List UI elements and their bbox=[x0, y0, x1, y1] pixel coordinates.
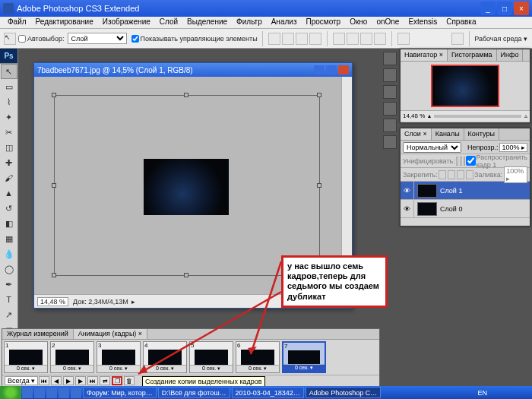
doc-close-button[interactable] bbox=[338, 65, 349, 74]
autoselect-checkbox[interactable] bbox=[18, 35, 26, 43]
align-icon[interactable] bbox=[282, 33, 294, 45]
wand-tool[interactable]: ✦ bbox=[1, 109, 17, 125]
tray-icon[interactable] bbox=[520, 388, 529, 397]
dock-icon[interactable] bbox=[383, 85, 397, 99]
menu-filter[interactable]: Фильтр bbox=[232, 17, 267, 28]
layer-thumbnail[interactable] bbox=[417, 184, 437, 198]
unify-visibility-icon[interactable] bbox=[460, 157, 462, 166]
animation-frame[interactable]: 10 сек. ▾ bbox=[4, 341, 48, 373]
animation-frame[interactable]: 50 сек. ▾ bbox=[189, 341, 233, 373]
distribute-icon[interactable] bbox=[374, 33, 386, 45]
layer-thumbnail[interactable] bbox=[417, 202, 437, 216]
taskbar-task[interactable]: D:\Всё для фотош… bbox=[158, 387, 230, 398]
window-minimize-button[interactable]: _ bbox=[480, 2, 496, 15]
document-title-bar[interactable]: 7badbeeb7671.jpg @ 14,5% (Слой 1, RGB/8) bbox=[34, 63, 352, 77]
menu-select[interactable]: Выделение bbox=[182, 17, 232, 28]
align-icon[interactable] bbox=[296, 33, 308, 45]
menu-layer[interactable]: Слой bbox=[155, 17, 182, 28]
lock-pixels-icon[interactable] bbox=[448, 170, 455, 179]
quicklaunch-icon[interactable] bbox=[46, 388, 57, 398]
delete-frame-button[interactable]: 🗑 bbox=[124, 376, 135, 385]
transform-handle[interactable] bbox=[317, 183, 321, 188]
gradient-tool[interactable]: ▦ bbox=[1, 231, 17, 246]
lasso-tool[interactable]: ⌇ bbox=[1, 94, 17, 109]
menu-edit[interactable]: Редактирование bbox=[31, 17, 98, 28]
move-tool[interactable]: ↖ bbox=[1, 64, 17, 79]
frame-delay[interactable]: 0 сек. ▾ bbox=[190, 365, 233, 372]
animation-frame[interactable]: 40 сек. ▾ bbox=[143, 341, 187, 373]
animation-frame[interactable]: 70 сек. ▾ bbox=[282, 341, 326, 373]
tab-layers[interactable]: Слои × bbox=[401, 128, 432, 140]
show-controls-checkbox[interactable] bbox=[131, 35, 139, 43]
doc-minimize-button[interactable] bbox=[314, 65, 325, 74]
tab-info[interactable]: Инфо bbox=[497, 49, 524, 61]
menu-image[interactable]: Изображение bbox=[98, 17, 155, 28]
window-maximize-button[interactable]: □ bbox=[497, 2, 512, 15]
animation-frame[interactable]: 20 сек. ▾ bbox=[50, 341, 94, 373]
tab-histogram[interactable]: Гистограмма bbox=[448, 49, 497, 61]
transform-handle[interactable] bbox=[317, 93, 321, 97]
lock-transparent-icon[interactable] bbox=[439, 170, 446, 179]
tab-paths[interactable]: Контуры bbox=[464, 128, 499, 140]
menu-onone[interactable]: onOne bbox=[372, 17, 404, 28]
lock-all-icon[interactable] bbox=[466, 170, 473, 179]
dock-icon[interactable] bbox=[383, 102, 397, 116]
unify-style-icon[interactable] bbox=[464, 157, 466, 166]
tray-icon[interactable] bbox=[488, 388, 497, 397]
history-brush-tool[interactable]: ↺ bbox=[1, 201, 17, 216]
workspace-dropdown[interactable]: Рабочая среда ▾ bbox=[474, 35, 527, 43]
animation-frame[interactable]: 60 сек. ▾ bbox=[236, 341, 280, 373]
tray-icon[interactable] bbox=[509, 388, 518, 397]
doc-maximize-button[interactable] bbox=[326, 65, 337, 74]
heal-tool[interactable]: ✚ bbox=[1, 155, 17, 170]
taskbar-task[interactable]: Adobe Photoshop C… bbox=[306, 387, 382, 398]
distribute-icon[interactable] bbox=[333, 33, 345, 45]
blur-tool[interactable]: 💧 bbox=[1, 246, 17, 261]
menu-view[interactable]: Просмотр bbox=[301, 17, 345, 28]
transform-handle[interactable] bbox=[52, 93, 56, 97]
animation-frame[interactable]: 30 сек. ▾ bbox=[97, 341, 141, 373]
align-icon[interactable] bbox=[268, 33, 280, 45]
zoom-out-icon[interactable]: ▴ bbox=[428, 112, 431, 119]
frame-delay[interactable]: 0 сек. ▾ bbox=[51, 365, 93, 372]
quicklaunch-icon[interactable] bbox=[59, 388, 69, 398]
prev-frame-button[interactable]: ◀ bbox=[51, 376, 62, 385]
play-button[interactable]: ▶ bbox=[63, 376, 74, 385]
dock-icon[interactable] bbox=[383, 135, 397, 149]
menu-window[interactable]: Окно bbox=[345, 17, 372, 28]
lock-position-icon[interactable] bbox=[457, 170, 464, 179]
slice-tool[interactable]: ◫ bbox=[1, 140, 17, 155]
brush-tool[interactable]: 🖌 bbox=[1, 170, 17, 185]
tab-animation-frames[interactable]: Анимация (кадры) × bbox=[74, 329, 147, 339]
language-indicator[interactable]: EN bbox=[477, 389, 487, 397]
tray-icon[interactable] bbox=[499, 388, 508, 397]
arrange-icon[interactable] bbox=[397, 33, 410, 45]
autoselect-dropdown[interactable]: Слой bbox=[68, 33, 127, 44]
last-frame-button[interactable]: ⏭ bbox=[87, 376, 98, 385]
transform-handle[interactable] bbox=[52, 273, 56, 277]
dock-icon[interactable] bbox=[383, 68, 397, 82]
eraser-tool[interactable]: ◧ bbox=[1, 216, 17, 231]
marquee-tool[interactable]: ▭ bbox=[1, 79, 17, 94]
menu-file[interactable]: Файл bbox=[3, 17, 31, 28]
propagate-checkbox[interactable] bbox=[466, 156, 476, 166]
taskbar-task[interactable]: Форум: Мир, котор… bbox=[83, 387, 157, 398]
distribute-icon[interactable] bbox=[360, 33, 372, 45]
dodge-tool[interactable]: ◯ bbox=[1, 261, 17, 277]
transform-handle[interactable] bbox=[52, 183, 56, 188]
eye-icon[interactable]: 👁 bbox=[401, 182, 414, 199]
align-icon[interactable] bbox=[309, 33, 321, 45]
layer-row[interactable]: 👁 Слой 0 bbox=[401, 200, 530, 218]
unify-position-icon[interactable] bbox=[456, 157, 458, 166]
navigator-thumbnail[interactable] bbox=[431, 65, 499, 107]
layer-name[interactable]: Слой 1 bbox=[440, 187, 462, 195]
menu-extensis[interactable]: Extensis bbox=[404, 17, 442, 28]
menu-analysis[interactable]: Анализ bbox=[267, 17, 302, 28]
dock-icon[interactable] bbox=[383, 52, 397, 65]
start-button[interactable] bbox=[0, 386, 21, 399]
transform-handle[interactable] bbox=[184, 93, 188, 97]
taskbar-task[interactable]: 2010-03-04_18342… bbox=[232, 387, 304, 398]
frame-delay[interactable]: 0 сек. ▾ bbox=[97, 365, 140, 372]
dock-icon[interactable] bbox=[383, 119, 397, 132]
crop-tool[interactable]: ✂ bbox=[1, 125, 17, 140]
